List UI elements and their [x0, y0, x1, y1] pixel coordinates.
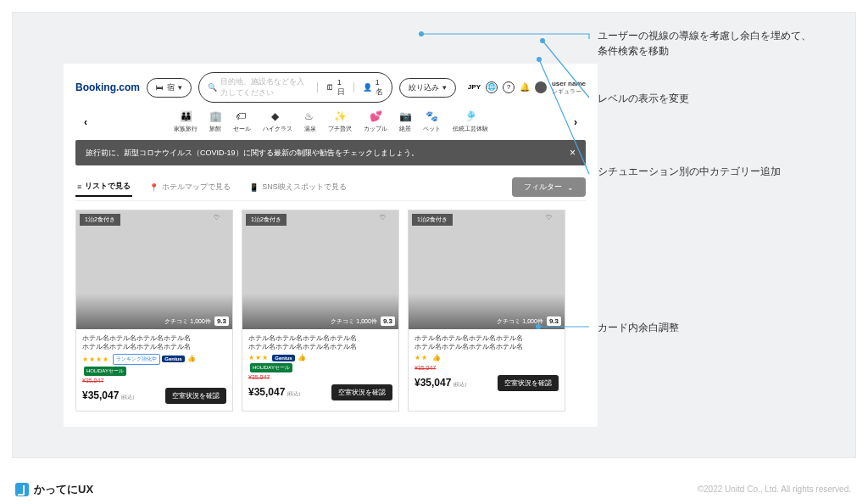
guests-label: 1名	[376, 78, 383, 98]
date-label: 1日	[337, 78, 345, 98]
covid-banner: 旅行前に、新型コロナウイルス（COVID-19）に関する最新の制限や勧告をチェッ…	[75, 140, 586, 165]
tab-sns-label: SNS映えスポットで見る	[262, 182, 347, 193]
filter-button[interactable]: フィルター ⌄	[512, 177, 586, 197]
canvas: Booking.com 🛏 宿 ▾ 🔍 目的地、施設名などを入力してください 🗓…	[12, 12, 856, 458]
chevron-left-icon[interactable]: ‹	[81, 116, 91, 128]
search-pill[interactable]: 🔍 目的地、施設名などを入力してください 🗓 1日 👤 1名	[198, 72, 392, 103]
brand-logo: Booking.com	[75, 81, 140, 93]
filter-label: 絞り込み	[409, 82, 439, 93]
star-rating: ★★	[415, 354, 428, 361]
availability-button[interactable]: 空室状況を確認	[498, 375, 559, 391]
category-diamond[interactable]: ◆ハイクラス	[263, 111, 292, 133]
footer-logo-icon	[15, 483, 29, 496]
category-list: 👪家族旅行🏢旅館🏷セール◆ハイクラス♨温泉✨プチ贅沢💕カップル📷絶景🐾ペット🎐伝…	[174, 111, 488, 133]
hotel-card[interactable]: 1泊2食付き ♡ クチコミ 1,000件 9.3 ホテル名ホテル名ホテル名ホテル…	[242, 210, 399, 412]
badges-row: ★★★★ ランキング強化中Genius👍	[82, 354, 226, 365]
chevron-right-icon[interactable]: ›	[570, 116, 581, 128]
category-luxury[interactable]: ✨プチ贅沢	[328, 111, 352, 133]
help-icon[interactable]: ?	[503, 81, 515, 93]
user-level: レギュラー	[552, 88, 586, 95]
top-icons: JPY 🌐 ? 🔔 user name レギュラー	[468, 81, 586, 94]
review-summary: クチコミ 1,000件 9.3	[331, 316, 395, 326]
thumb-icon: 👍	[298, 354, 306, 361]
category-building[interactable]: 🏢旅館	[209, 111, 221, 133]
heart-icon[interactable]: ♡	[214, 214, 229, 229]
review-score: 9.3	[214, 316, 229, 326]
tab-list[interactable]: ≡ リストで見る	[75, 177, 132, 197]
craft-icon: 🎐	[465, 111, 476, 123]
bed-icon: 🛏	[156, 83, 164, 92]
category-paw[interactable]: 🐾ペット	[423, 111, 441, 133]
close-icon[interactable]: ×	[570, 147, 576, 159]
camera-icon: 📷	[399, 111, 411, 123]
price: ¥35,047(税込)	[82, 389, 134, 401]
strike-price: ¥35,047	[248, 374, 392, 380]
review-count: クチコミ 1,000件	[497, 317, 542, 326]
diamond-icon: ◆	[271, 111, 283, 123]
tab-sns[interactable]: 📱 SNS映えスポットで見る	[248, 178, 348, 196]
filter-pill[interactable]: 絞り込み ▾	[399, 78, 456, 98]
language-icon[interactable]: 🌐	[486, 81, 498, 93]
footer-brand-label: かってにUX	[34, 482, 93, 497]
card-image: 1泊2食付き ♡ クチコミ 1,000件 9.3	[409, 210, 565, 329]
review-score: 9.3	[381, 316, 395, 326]
card-image: 1泊2食付き ♡ クチコミ 1,000件 9.3	[76, 210, 232, 329]
avatar[interactable]	[535, 81, 547, 93]
category-label: セール	[233, 125, 251, 133]
app-mockup: Booking.com 🛏 宿 ▾ 🔍 目的地、施設名などを入力してください 🗓…	[64, 64, 598, 427]
banner-text: 旅行前に、新型コロナウイルス（COVID-19）に関する最新の制限や勧告をチェッ…	[86, 148, 419, 159]
category-label: 伝統工芸体験	[453, 125, 488, 133]
category-family[interactable]: 👪家族旅行	[174, 111, 198, 133]
category-couple[interactable]: 💕カップル	[364, 111, 387, 133]
category-onsen[interactable]: ♨温泉	[304, 111, 316, 133]
user-block[interactable]: user name レギュラー	[552, 81, 586, 94]
search-placeholder: 目的地、施設名などを入力してください	[220, 76, 309, 98]
availability-button[interactable]: 空室状況を確認	[331, 384, 392, 400]
availability-button[interactable]: 空室状況を確認	[165, 388, 226, 404]
review-summary: クチコミ 1,000件 9.3	[164, 316, 229, 326]
category-craft[interactable]: 🎐伝統工芸体験	[453, 111, 488, 133]
user-name: user name	[552, 81, 586, 88]
copyright: ©2022 Unitd Co., Ltd. All rights reserve…	[698, 484, 851, 494]
heart-icon[interactable]: ♡	[380, 214, 395, 229]
category-scroller: ‹ 👪家族旅行🏢旅館🏷セール◆ハイクラス♨温泉✨プチ贅沢💕カップル📷絶景🐾ペット…	[75, 111, 586, 133]
stay-select[interactable]: 🛏 宿 ▾	[147, 78, 192, 98]
promo-row: HOLIDAYセール	[248, 363, 392, 372]
topbar: Booking.com 🛏 宿 ▾ 🔍 目的地、施設名などを入力してください 🗓…	[75, 72, 586, 103]
category-camera[interactable]: 📷絶景	[399, 111, 411, 133]
sale-icon: 🏷	[236, 111, 248, 123]
svg-point-0	[419, 31, 424, 36]
annotation-2: レベルの表示を変更	[598, 91, 689, 106]
footer-brand: かってにUX	[15, 482, 93, 497]
review-score: 9.3	[547, 316, 561, 326]
star-rating: ★★★★	[82, 355, 109, 362]
hotel-card[interactable]: 1泊2食付き ♡ クチコミ 1,000件 9.3 ホテル名ホテル名ホテル名ホテル…	[408, 210, 565, 412]
badges-row: ★★★ Genius👍	[248, 354, 392, 361]
hotel-name: ホテル名ホテル名ホテル名ホテル名ホテル名ホテル名ホテル名ホテル名	[415, 334, 559, 352]
view-tabs: ≡ リストで見る 📍 ホテルマップで見る 📱 SNS映えスポットで見る フィルタ…	[75, 177, 586, 201]
tab-list-label: リストで見る	[85, 181, 131, 192]
svg-point-2	[537, 57, 542, 62]
review-count: クチコミ 1,000件	[331, 317, 376, 326]
annotation-4: カード内余白調整	[598, 320, 679, 335]
heart-icon[interactable]: ♡	[546, 214, 561, 229]
meal-badge: 1泊2食付き	[412, 214, 453, 226]
couple-icon: 💕	[370, 111, 381, 123]
filter-button-label: フィルター	[524, 182, 562, 193]
person-icon: 👤	[363, 83, 372, 92]
tab-map[interactable]: 📍 ホテルマップで見る	[147, 178, 232, 196]
star-rating: ★★★	[248, 354, 269, 361]
category-label: 家族旅行	[174, 125, 198, 133]
building-icon: 🏢	[209, 111, 221, 123]
bell-icon[interactable]: 🔔	[520, 82, 530, 92]
hotel-card[interactable]: 1泊2食付き ♡ クチコミ 1,000件 9.3 ホテル名ホテル名ホテル名ホテル…	[75, 210, 233, 412]
currency-label[interactable]: JPY	[468, 83, 481, 91]
category-sale[interactable]: 🏷セール	[233, 111, 251, 133]
category-label: プチ贅沢	[328, 125, 352, 133]
tab-map-label: ホテルマップで見る	[162, 182, 231, 193]
luxury-icon: ✨	[334, 111, 346, 123]
onsen-icon: ♨	[304, 111, 316, 123]
paw-icon: 🐾	[426, 111, 437, 123]
chevron-down-icon: ▾	[178, 83, 182, 92]
card-row: 1泊2食付き ♡ クチコミ 1,000件 9.3 ホテル名ホテル名ホテル名ホテル…	[75, 210, 586, 412]
